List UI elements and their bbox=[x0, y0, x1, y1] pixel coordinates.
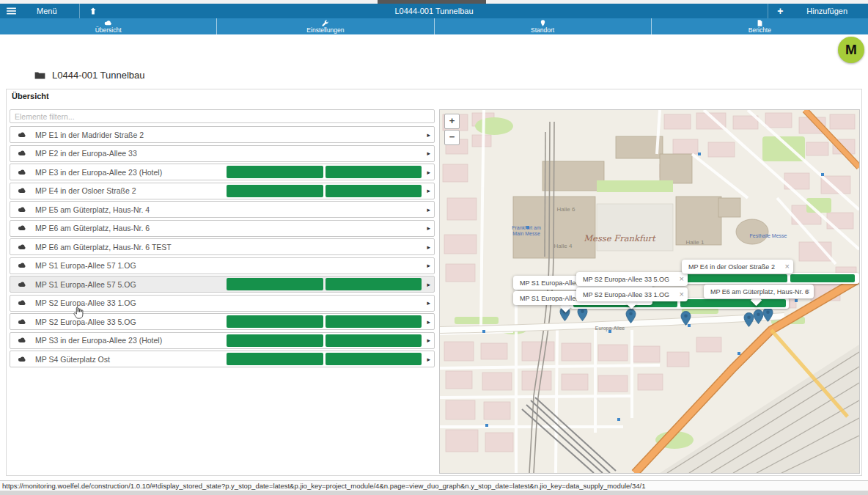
list-item[interactable]: MP E3 in der Europa-Allee 23 (Hotel)▸ bbox=[10, 164, 435, 180]
status-bar: https://monitoring.woelfel.de/constructi… bbox=[0, 480, 868, 491]
list-item-label: MP E4 in der Osloer Straße 2 bbox=[35, 186, 136, 195]
chevron-right-icon[interactable]: ▸ bbox=[427, 150, 430, 157]
nav-tab-bar: ÜbersichtEinstellungenStandortBerichte bbox=[0, 18, 868, 34]
map-marker-icon[interactable] bbox=[680, 311, 691, 326]
map-label: Halle 6 bbox=[557, 206, 575, 213]
map-marker-icon[interactable] bbox=[625, 309, 636, 323]
map-marker-icon[interactable] bbox=[762, 307, 773, 322]
progress-bar-segment bbox=[227, 166, 323, 178]
cloud-icon bbox=[18, 207, 26, 213]
chevron-right-icon[interactable]: ▸ bbox=[427, 262, 430, 269]
tab-standort[interactable]: Standort bbox=[435, 18, 652, 34]
map-label: Festhalle Messe bbox=[749, 233, 788, 239]
tab-berichte[interactable]: Berichte bbox=[652, 18, 868, 34]
progress-bar-segment bbox=[790, 274, 855, 282]
map-marker-icon[interactable] bbox=[577, 307, 588, 321]
progress-bar-segment bbox=[227, 334, 323, 347]
progress-bar-segment bbox=[326, 334, 422, 347]
cloud-icon bbox=[18, 150, 26, 156]
up-arrow-icon[interactable] bbox=[89, 7, 97, 15]
map-popup-row: MP E6 am Güterplatz, Haus-Nr. 6× bbox=[704, 285, 814, 298]
chevron-right-icon[interactable]: ▸ bbox=[427, 187, 430, 194]
page-title: L0444-001 Tunnelbau bbox=[34, 70, 145, 81]
map-overlay: Messe FrankfurtHalle 6Halle 4Halle 1Fran… bbox=[440, 110, 859, 473]
menu-button[interactable]: Menü bbox=[37, 7, 57, 15]
map-popup: MP E4 in der Osloer Straße 2× bbox=[682, 260, 793, 275]
list-item-label: MP S1 Europa-Allee 57 1.OG bbox=[35, 261, 136, 270]
chevron-right-icon[interactable]: ▸ bbox=[427, 169, 430, 176]
mouse-cursor bbox=[73, 307, 84, 323]
chevron-right-icon[interactable]: ▸ bbox=[427, 356, 430, 363]
cloud-icon bbox=[18, 319, 26, 325]
progress-bar-segment bbox=[227, 278, 323, 290]
list-item-label: MP S2 Europa-Allee 33 1.OG bbox=[35, 298, 136, 307]
tab-label: Einstellungen bbox=[306, 27, 344, 34]
tab-label: Berichte bbox=[749, 27, 771, 34]
list-item-label: MP E2 in der Europa-Allee 33 bbox=[35, 149, 137, 158]
cloud-icon bbox=[18, 225, 26, 231]
filter-input[interactable] bbox=[10, 109, 435, 123]
progress-bar-segment bbox=[227, 353, 323, 365]
list-item-label: MP E1 in der Madrider Straße 2 bbox=[35, 131, 144, 139]
progress-bars bbox=[227, 185, 422, 197]
map-popup-label: MP E6 am Güterplatz, Haus-Nr. 6 bbox=[710, 288, 809, 296]
map-label: Messe Frankfurt bbox=[584, 233, 655, 243]
progress-bar-segment bbox=[326, 166, 422, 178]
bottom-edge-strip bbox=[0, 491, 868, 495]
map-label: Europa-Allee bbox=[595, 326, 625, 331]
close-icon[interactable]: × bbox=[680, 288, 684, 301]
chevron-right-icon[interactable]: ▸ bbox=[427, 206, 430, 213]
cloud-icon bbox=[18, 244, 26, 250]
tab-bersicht[interactable]: Übersicht bbox=[0, 18, 217, 34]
list-item-label: MP S3 in der Europa-Allee 23 (Hotel) bbox=[35, 336, 162, 345]
chevron-right-icon[interactable]: ▸ bbox=[427, 299, 430, 307]
cloud-icon bbox=[104, 20, 112, 26]
map-zoom-in-button[interactable]: + bbox=[444, 114, 460, 129]
map-label: Halle 4 bbox=[554, 243, 573, 249]
tab-label: Übersicht bbox=[95, 27, 122, 34]
cloud-icon bbox=[18, 188, 26, 194]
map-label: Halle 1 bbox=[686, 239, 705, 246]
chevron-right-icon[interactable]: ▸ bbox=[427, 281, 430, 288]
map-popup-row: MP S2 Europa-Allee 33 5.OG× bbox=[576, 272, 688, 286]
folder-icon bbox=[34, 71, 45, 79]
list-item[interactable]: MP E2 in der Europa-Allee 33▸ bbox=[10, 145, 435, 162]
cloud-icon bbox=[18, 300, 26, 306]
map-popup: MP S2 Europa-Allee 33 5.OG×MP S2 Europa-… bbox=[576, 272, 688, 303]
chevron-right-icon[interactable]: ▸ bbox=[427, 318, 430, 326]
chevron-right-icon[interactable]: ▸ bbox=[427, 224, 430, 232]
list-item[interactable]: MP S4 Güterplatz Ost▸ bbox=[10, 351, 435, 367]
chevron-right-icon[interactable]: ▸ bbox=[427, 337, 430, 344]
hamburger-menu-icon[interactable] bbox=[7, 7, 16, 15]
list-item[interactable]: MP E5 am Güterplatz, Haus-Nr. 4▸ bbox=[10, 201, 435, 218]
list-item-label: MP S2 Europa-Allee 33 5.OG bbox=[35, 318, 136, 326]
map[interactable]: Messe FrankfurtHalle 6Halle 4Halle 1Fran… bbox=[439, 109, 860, 474]
progress-bar-segment bbox=[227, 185, 323, 197]
progress-bars bbox=[227, 166, 422, 178]
list-item-label: MP S4 Güterplatz Ost bbox=[35, 355, 110, 364]
list-item[interactable]: MP S3 in der Europa-Allee 23 (Hotel)▸ bbox=[10, 332, 435, 349]
panel-title: Übersicht bbox=[7, 89, 861, 103]
tab-einstellungen[interactable]: Einstellungen bbox=[217, 18, 434, 34]
close-icon[interactable]: × bbox=[806, 285, 810, 298]
list-item[interactable]: MP S1 Europa-Allee 57 5.OG▸ bbox=[10, 276, 435, 293]
progress-bar-segment bbox=[227, 315, 323, 328]
close-icon[interactable]: × bbox=[785, 260, 790, 273]
map-zoom-out-button[interactable]: − bbox=[444, 130, 460, 145]
list-item-label: MP E6 am Güterplatz, Haus-Nr. 6 TEST bbox=[35, 243, 172, 252]
cloud-icon bbox=[18, 282, 26, 287]
tab-label: Standort bbox=[531, 27, 554, 34]
list-item[interactable]: MP E1 in der Madrider Straße 2▸ bbox=[10, 126, 435, 143]
list-item[interactable]: MP E6 am Güterplatz, Haus-Nr. 6▸ bbox=[10, 220, 435, 237]
topbar: Menü L0444-001 Tunnelbau + Hinzufügen bbox=[0, 4, 868, 18]
list-item[interactable]: MP E6 am Güterplatz, Haus-Nr. 6 TEST▸ bbox=[10, 238, 435, 255]
list-item[interactable]: MP S1 Europa-Allee 57 1.OG▸ bbox=[10, 257, 435, 274]
list-item[interactable]: MP E4 in der Osloer Straße 2▸ bbox=[10, 183, 435, 199]
add-button-label: Hinzufügen bbox=[806, 7, 847, 15]
progress-bars bbox=[227, 334, 422, 347]
topbar-separator bbox=[768, 4, 768, 18]
chevron-right-icon[interactable]: ▸ bbox=[427, 131, 430, 139]
add-button[interactable]: + Hinzufügen bbox=[768, 4, 868, 18]
list-item-label: MP E3 in der Europa-Allee 23 (Hotel) bbox=[35, 168, 162, 177]
chevron-right-icon[interactable]: ▸ bbox=[427, 243, 430, 251]
